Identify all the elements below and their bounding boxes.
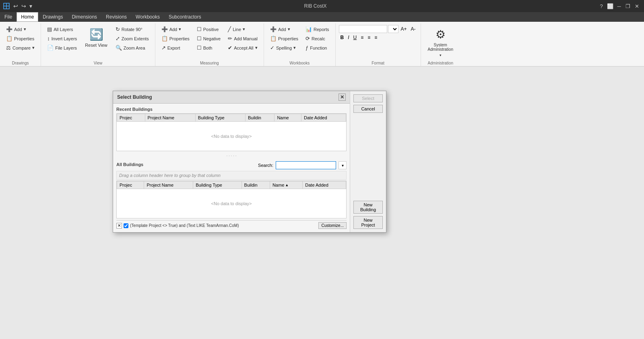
all-layers-button[interactable]: ▤ All Layers <box>44 25 80 33</box>
search-dropdown-button[interactable]: ▾ <box>339 161 347 169</box>
positive-button[interactable]: ☐ Positive <box>194 25 223 33</box>
zoom-buttons: ↻ Rotate 90° ⤢ Zoom Extents 🔍 Zoom Area <box>113 25 152 52</box>
drawings-compare-button[interactable]: ⚖ Compare ▾ <box>3 44 37 52</box>
accept-all-icon: ✔ <box>228 45 232 51</box>
dialog-sidebar: Select Cancel New Building New Project <box>350 91 386 232</box>
recent-buildings-table: Projec Project Name Building Type Buildi… <box>117 114 346 122</box>
align-right-button[interactable]: ≡ <box>373 34 379 41</box>
select-button[interactable]: Select <box>353 94 383 102</box>
both-button[interactable]: ☐ Both <box>194 44 223 52</box>
help-button[interactable]: ? <box>597 2 605 10</box>
all-col-building[interactable]: Buildin <box>242 181 270 189</box>
system-admin-button[interactable]: ⚙ System Administration ▾ <box>424 25 457 60</box>
accept-all-button[interactable]: ✔ Accept All ▾ <box>225 44 260 52</box>
menu-subcontractors[interactable]: Subcontractors <box>164 12 206 22</box>
line-icon: ╱ <box>228 26 231 32</box>
add-manual-button[interactable]: ✏ Add Manual <box>225 34 260 43</box>
workbooks-properties-button[interactable]: 📋 Properties <box>267 34 301 43</box>
undo-button[interactable]: ↩ <box>12 2 19 10</box>
workbooks-main-buttons: ➕ Add ▾ 📋 Properties ✓ Spelling ▾ <box>267 25 301 52</box>
menu-dimensions[interactable]: Dimensions <box>67 12 101 22</box>
cancel-button[interactable]: Cancel <box>353 105 383 113</box>
modal-overlay: Select Building ✕ Recent Buildings Proje… <box>0 67 644 339</box>
dialog-title: Select Building <box>117 94 152 100</box>
drawings-group-label: Drawings <box>3 60 37 66</box>
resize-handle[interactable]: · · · · · <box>116 153 347 159</box>
ribbon-format-group: A+ A- B I U ≡ ≡ ≡ Format <box>336 23 421 66</box>
font-size-decrease[interactable]: A- <box>409 25 417 33</box>
file-layers-button[interactable]: 📄 File Layers <box>44 44 80 52</box>
invert-layers-button[interactable]: ↕ Invert Layers <box>44 34 80 43</box>
close-button[interactable]: ✕ <box>633 2 641 10</box>
invert-layers-icon: ↕ <box>47 35 50 42</box>
new-project-button[interactable]: New Project <box>353 216 383 229</box>
ribbon-format-content: A+ A- B I U ≡ ≡ ≡ <box>339 23 417 60</box>
negative-icon: ☐ <box>197 35 202 42</box>
all-col-building-type[interactable]: Building Type <box>193 181 242 189</box>
properties-icon: 📋 <box>6 35 12 42</box>
all-col-project-name[interactable]: Project Name <box>144 181 193 189</box>
drawings-properties-button[interactable]: 📋 Properties <box>3 34 37 43</box>
more-button[interactable]: ▾ <box>28 2 33 10</box>
ribbon-view-group: ▤ All Layers ↕ Invert Layers 📄 File Laye… <box>41 23 155 66</box>
underline-button[interactable]: U <box>352 34 359 41</box>
dialog-close-button[interactable]: ✕ <box>339 94 346 101</box>
all-col-project-code[interactable]: Projec <box>117 181 144 189</box>
minimize-button[interactable]: ─ <box>615 2 623 10</box>
ribbon-drawings-content: ➕ Add ▾ 📋 Properties ⚖ Compare ▾ <box>3 23 37 60</box>
both-icon: ☐ <box>197 45 202 51</box>
menu-workbooks[interactable]: Workbooks <box>131 12 164 22</box>
recalc-button[interactable]: ⟳ Recalc <box>303 34 332 43</box>
menu-home[interactable]: Home <box>17 12 38 22</box>
all-buildings-label: All Buildings <box>116 162 143 167</box>
measuring-export-button[interactable]: ↗ Export <box>159 44 192 52</box>
reports-button[interactable]: 📊 Reports <box>303 25 332 33</box>
negative-button[interactable]: ☐ Negative <box>194 34 223 43</box>
workbooks-spelling-button[interactable]: ✓ Spelling ▾ <box>267 44 301 52</box>
workbooks-add-button[interactable]: ➕ Add ▾ <box>267 25 301 33</box>
reset-view-button[interactable]: 🔄 Reset View <box>81 25 111 50</box>
zoom-extents-button[interactable]: ⤢ Zoom Extents <box>113 34 152 43</box>
all-col-name[interactable]: Name ▲ <box>270 181 302 189</box>
new-building-button[interactable]: New Building <box>353 201 383 214</box>
align-left-button[interactable]: ≡ <box>359 34 365 41</box>
dialog-title-bar: Select Building ✕ <box>113 91 350 104</box>
function-button[interactable]: ƒ Function <box>303 44 332 52</box>
filter-checkbox[interactable] <box>124 223 128 228</box>
menu-drawings[interactable]: Drawings <box>38 12 67 22</box>
line-button[interactable]: ╱ Line ▾ <box>225 25 260 33</box>
accept-all-arrow: ▾ <box>255 45 258 50</box>
dialog-main: Select Building ✕ Recent Buildings Proje… <box>113 91 350 232</box>
workbooks-extra-buttons: 📊 Reports ⟳ Recalc ƒ Function <box>303 25 332 52</box>
all-buildings-header: All Buildings Search: ▾ <box>116 161 347 169</box>
zoom-area-button[interactable]: 🔍 Zoom Area <box>113 44 152 52</box>
rotate90-button[interactable]: ↻ Rotate 90° <box>113 25 152 33</box>
font-size-select[interactable] <box>388 25 398 33</box>
customize-button[interactable]: Customize... <box>318 222 347 229</box>
measuring-add-button[interactable]: ➕ Add ▾ <box>159 25 192 33</box>
align-center-button[interactable]: ≡ <box>366 34 372 41</box>
redo-button[interactable]: ↪ <box>20 2 27 10</box>
search-input[interactable] <box>276 161 336 169</box>
filter-clear-button[interactable]: ✕ <box>116 223 122 229</box>
drawings-add-button[interactable]: ➕ Add ▾ <box>3 25 37 33</box>
reset-view-icon: 🔄 <box>89 28 103 41</box>
ribbon-workbooks-content: ➕ Add ▾ 📋 Properties ✓ Spelling ▾ 📊 Repo <box>267 23 332 60</box>
add-manual-icon: ✏ <box>228 35 232 42</box>
all-col-date-added[interactable]: Date Added <box>303 181 346 189</box>
ribbon-measuring-content: ➕ Add ▾ 📋 Properties ↗ Export ☐ Positive <box>159 23 260 60</box>
file-layers-icon: 📄 <box>47 45 54 51</box>
menu-file[interactable]: File <box>0 12 17 22</box>
maximize-button[interactable]: ⬜ <box>606 2 614 10</box>
bold-button[interactable]: B <box>339 34 346 41</box>
menu-bar: File Home Drawings Dimensions Revisions … <box>0 12 644 22</box>
italic-button[interactable]: I <box>346 34 351 41</box>
font-name-input[interactable] <box>339 25 387 33</box>
col-name: Name <box>275 114 301 122</box>
drag-column-hint: Drag a column header here to group by th… <box>116 171 347 180</box>
menu-revisions[interactable]: Revisions <box>101 12 131 22</box>
font-size-increase[interactable]: A+ <box>399 25 409 33</box>
restore-button[interactable]: ❐ <box>624 2 632 10</box>
export-icon: ↗ <box>161 45 166 51</box>
measuring-properties-button[interactable]: 📋 Properties <box>159 34 192 43</box>
